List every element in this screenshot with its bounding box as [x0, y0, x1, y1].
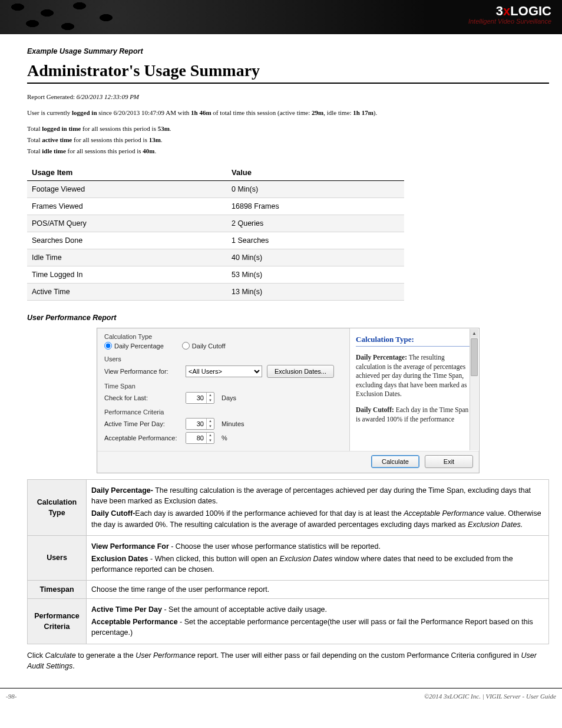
user-performance-dialog: Calculation Type Daily Percentage Daily … [97, 328, 480, 473]
gen-label: Report Generated: [27, 93, 77, 100]
t: . [72, 662, 74, 670]
brand-block: 3xLOGIC Intelligent Video Surveillance [468, 4, 551, 25]
accept-perf-input[interactable] [186, 433, 206, 443]
radio-label: Daily Cutoff [192, 342, 226, 350]
brand-tagline: Intelligent Video Surveillance [468, 18, 551, 25]
t: report. The user will either pass or fai… [196, 651, 521, 660]
t: . [170, 125, 171, 132]
t: Calculate [45, 651, 76, 660]
scroll-thumb[interactable] [471, 338, 478, 376]
report-title: Administrator's Usage Summary [27, 61, 549, 84]
t: View Performance For [91, 542, 169, 551]
t: Exclusion Dates [280, 555, 333, 563]
t: logged in time [42, 125, 81, 132]
t: Total [27, 147, 42, 154]
spin-up-icon[interactable]: ▲ [207, 419, 214, 424]
t: 13m [149, 136, 161, 143]
group-users: Users [104, 355, 343, 363]
group-perf-criteria: Performance Criteria [104, 409, 343, 416]
active-time-spinner[interactable]: ▲▼ [186, 418, 214, 430]
t: Acceptable Performance [91, 618, 178, 626]
footer-page: -98- [6, 693, 16, 700]
active-time-input[interactable] [186, 419, 206, 429]
gen-value: 6/20/2013 12:33:09 PM [77, 93, 139, 100]
footer-right: ©2014 3xLOGIC Inc. | VIGIL Server - User… [424, 693, 556, 700]
label-view-performance-for: View Performance for: [104, 368, 181, 375]
usage-table: Usage Item Value Footage Viewed0 Min(s) … [27, 164, 404, 301]
table-row: Idle Time40 Min(s) [27, 249, 404, 266]
t: Total [27, 136, 42, 143]
def-perf-criteria: Performance Criteria [28, 599, 87, 644]
t: Active Time Per Day [91, 605, 162, 614]
t: Click [27, 651, 45, 660]
accept-perf-spinner[interactable]: ▲▼ [186, 432, 214, 444]
banner-decor [0, 0, 177, 34]
t: Total [27, 125, 42, 132]
table-row: Footage Viewed0 Min(s) [27, 181, 404, 198]
t: for all sessions this period is [72, 136, 148, 143]
help-title: Calculation Type: [356, 334, 473, 347]
group-timespan: Time Span [104, 383, 343, 390]
spin-up-icon[interactable]: ▲ [207, 393, 214, 398]
exit-button[interactable]: Exit [425, 455, 473, 468]
section-title-1: Example Usage Summary Report [27, 47, 549, 55]
t: Exclusion Dates [91, 555, 148, 563]
table-row: Active Time13 Min(s) [27, 284, 404, 301]
usage-th-item: Usage Item [27, 164, 227, 181]
logo-x: x [503, 4, 510, 18]
brand-logo: 3xLOGIC [468, 4, 551, 19]
t: active time [42, 136, 72, 143]
section-title-2: User Performance Report [27, 314, 549, 322]
t: to generate a the [76, 651, 135, 660]
label-active-time: Active Time Per Day: [104, 420, 181, 427]
logo-post: LOGIC [510, 4, 551, 18]
t: , idle time: [323, 109, 353, 116]
t: Daily Cutoff- [91, 509, 135, 518]
spin-up-icon[interactable]: ▲ [207, 433, 214, 438]
t: Acceptable Performance [404, 509, 484, 518]
t: for all sessions this period is [81, 125, 157, 132]
radio-daily-cutoff-input[interactable] [182, 342, 190, 350]
spin-down-icon[interactable]: ▼ [207, 438, 214, 443]
table-row: Frames Viewed16898 Frames [27, 198, 404, 215]
users-select[interactable]: <All Users> [186, 365, 262, 377]
spin-down-icon[interactable]: ▼ [207, 424, 214, 429]
table-row: POS/ATM Query2 Queries [27, 215, 404, 232]
t: User is currently [27, 109, 72, 116]
logo-pre: 3 [496, 4, 503, 18]
calculate-button[interactable]: Calculate [371, 455, 419, 468]
t: 1h 17m [353, 109, 373, 116]
t: - When clicked, this button will open an [148, 555, 280, 563]
group-calc-type: Calculation Type [104, 333, 343, 340]
timespan-input[interactable] [186, 393, 206, 403]
help-scrollbar[interactable]: ▲ [470, 329, 478, 450]
t: . [161, 136, 163, 143]
t: Each day is awarded 100% if the performa… [135, 509, 404, 518]
exclusion-dates-button[interactable]: Exclusion Dates... [267, 365, 334, 378]
header-banner: 3xLOGIC Intelligent Video Surveillance [0, 0, 562, 34]
table-row: Time Logged In53 Min(s) [27, 266, 404, 284]
report-meta: Report Generated: 6/20/2013 12:33:09 PM … [27, 92, 549, 156]
def-timespan: Timespan [28, 581, 87, 599]
radio-daily-percentage[interactable]: Daily Percentage [104, 342, 164, 350]
spin-down-icon[interactable]: ▼ [207, 398, 214, 403]
radio-daily-cutoff[interactable]: Daily Cutoff [182, 342, 226, 350]
radio-label: Daily Percentage [114, 342, 164, 350]
t: The resulting calculation is the average… [91, 486, 531, 505]
t: Daily Percentage- [91, 486, 153, 495]
t: 53m [158, 125, 170, 132]
t: 29m [312, 109, 323, 116]
t: of total time this session (active time: [211, 109, 312, 116]
table-row: Searches Done1 Searches [27, 232, 404, 249]
timespan-spinner[interactable]: ▲▼ [186, 392, 214, 404]
def-users: Users [28, 535, 87, 580]
definitions-table: Calculation Type Daily Percentage- The r… [27, 479, 549, 644]
t: . [154, 147, 156, 154]
radio-daily-percentage-input[interactable] [104, 342, 112, 350]
label-check-for-last: Check for Last: [104, 394, 181, 401]
scroll-up-icon[interactable]: ▲ [470, 329, 478, 338]
def-timespan-body: Choose the time range of the user perfor… [87, 581, 549, 599]
closing-paragraph: Click Calculate to generate a the User P… [27, 650, 549, 671]
t: - Set the amount of acceptable active da… [162, 605, 327, 614]
unit-percent: % [222, 434, 227, 442]
